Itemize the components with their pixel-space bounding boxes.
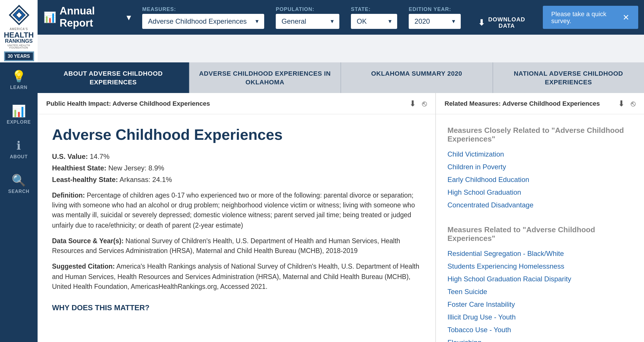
citation-text: Suggested Citation: America's Health Ran… [52,262,421,292]
related-link-child-victimization[interactable]: Child Victimization [447,150,632,158]
right-content-panel: Related Measures: Adverse Childhood Expe… [436,93,644,342]
right-panel-download-icon[interactable]: ⬇ [618,99,625,108]
population-label: POPULATION: [276,6,339,12]
why-matter-heading: WHY DOES THIS MATTER? [52,303,421,312]
related-link-residential-seg[interactable]: Residential Segregation - Black/White [447,250,632,258]
healthiest-value: New Jersey: 8.9% [108,164,164,172]
chart-icon: 📊 [43,11,56,24]
tab-navigation: ABOUT ADVERSE CHILDHOOD EXPERIENCES ADVE… [38,63,644,93]
survey-text: Please take a quick survey. [551,10,618,24]
data-source-label: Data Source & Year(s): [52,237,124,244]
related-heading: Measures Related to "Adverse Childhood E… [447,225,632,243]
left-panel-download-icon[interactable]: ⬇ [409,99,416,108]
related-link-hs-racial-disparity[interactable]: High School Graduation Racial Disparity [447,275,632,283]
logo-diamond-icon [8,5,29,25]
search-icon: 🔍 [12,174,26,187]
left-panel-share-icon[interactable]: ⎋ [422,99,427,108]
closely-related-heading: Measures Closely Related to "Adverse Chi… [447,126,632,143]
edition-select[interactable]: 2020 [409,14,461,29]
search-label: SEARCH [8,189,29,194]
definition-text: Definition: Percentage of children ages … [52,191,421,231]
report-title-text: Annual Report [60,5,122,29]
measures-select[interactable]: Adverse Childhood Experiences [142,14,264,29]
definition-label: Definition: [52,192,85,199]
right-panel-header-title: Related Measures: Adverse Childhood Expe… [445,100,600,107]
state-select[interactable]: OK [351,14,397,29]
least-healthy-label: Least-healthy State: [52,176,118,184]
least-healthy-value: Arkansas: 24.1% [119,176,172,184]
healthiest-label: Healthiest State: [52,164,106,172]
data-source-text: Data Source & Year(s): National Survey o… [52,236,421,256]
tab-summary[interactable]: OKLAHOMA SUMMARY 2020 [341,63,493,93]
sidebar-item-about[interactable]: ℹ ABOUT [0,132,38,167]
related-link-children-poverty[interactable]: Children in Poverty [447,163,632,171]
tab-oklahoma[interactable]: ADVERSE CHILDHOOD EXPERIENCES IN OKLAHOM… [189,63,341,93]
years-badge: 30 YEARS [4,52,34,62]
learn-icon: 💡 [12,70,26,83]
citation-label: Suggested Citation: [52,263,115,270]
explore-label: EXPLORE [7,120,31,125]
right-panel-share-icon[interactable]: ⎋ [631,99,635,108]
edition-filter: EDITION YEAR: 2020 [409,6,461,29]
measures-label: MEASURES: [142,6,264,12]
sidebar-item-search[interactable]: 🔍 SEARCH [0,167,38,201]
healthiest-line: Healthiest State: New Jersey: 8.9% [52,164,421,172]
download-icon: ⬇ [478,18,485,27]
state-filter: STATE: OK [351,6,397,29]
survey-close-button[interactable]: ✕ [623,13,630,22]
related-link-flourishing[interactable]: Flourishing [447,339,632,342]
related-link-tobacco-youth[interactable]: Tobacco Use - Youth [447,326,632,334]
tab-national[interactable]: NATIONAL ADVERSE CHILDHOOD EXPERIENCES [493,63,644,93]
tab-about[interactable]: ABOUT ADVERSE CHILDHOOD EXPERIENCES [38,63,189,93]
explore-icon: 📊 [12,104,26,118]
us-value-label: U.S. Value: [52,153,88,161]
about-label: ABOUT [10,155,28,160]
sidebar: 💡 LEARN 📊 EXPLORE ℹ ABOUT 🔍 SEARCH [0,63,38,342]
left-panel-header-title: Public Health Impact: Adverse Childhood … [46,100,210,107]
measures-filter: MEASURES: Adverse Childhood Experiences [142,6,264,29]
report-title-button[interactable]: Annual Report ▾ [60,5,131,29]
us-value-line: U.S. Value: 14.7% [52,153,421,161]
logo-rankings: RANKINGS [3,38,35,44]
edition-label: EDITION YEAR: [409,6,461,12]
related-link-early-childhood[interactable]: Early Childhood Education [447,176,632,184]
download-label: DOWNLOAD DATA [488,16,525,29]
related-link-teen-suicide[interactable]: Teen Suicide [447,288,632,296]
least-healthy-line: Least-healthy State: Arkansas: 24.1% [52,176,421,184]
related-link-concentrated-disadvantage[interactable]: Concentrated Disadvantage [447,201,632,209]
about-icon: ℹ [16,139,21,153]
state-label: STATE: [351,6,397,12]
logo-foundation: UNITED HEALTH FOUNDATION [3,44,35,50]
sidebar-item-explore[interactable]: 📊 EXPLORE [0,97,38,132]
survey-banner: Please take a quick survey. ✕ [543,6,638,29]
related-link-illicit-drug[interactable]: Illicit Drug Use - Youth [447,313,632,321]
measure-title: Adverse Childhood Experiences [52,126,421,144]
sidebar-item-learn[interactable]: 💡 LEARN [0,63,38,97]
us-value: 14.7% [90,153,110,161]
left-content-panel: Public Health Impact: Adverse Childhood … [38,93,436,342]
population-filter: POPULATION: General [276,6,339,29]
learn-label: LEARN [10,85,27,90]
related-link-foster-care[interactable]: Foster Care Instability [447,300,632,308]
related-link-high-school-grad[interactable]: High School Graduation [447,188,632,196]
download-data-button[interactable]: ⬇ DOWNLOAD DATA [478,16,525,29]
logo-health: HEALTH [3,31,35,38]
related-link-students-homeless[interactable]: Students Experiencing Homelessness [447,262,632,270]
chevron-down-icon: ▾ [127,13,131,22]
definition-body: Percentage of children ages 0-17 who exp… [52,192,415,229]
population-select[interactable]: General [276,14,339,29]
